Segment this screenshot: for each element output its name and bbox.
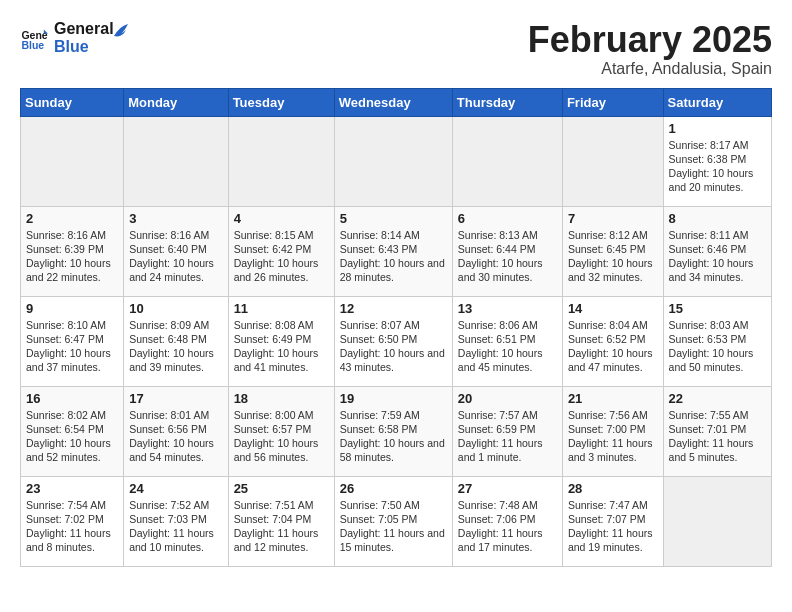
day-info: Sunrise: 8:09 AMSunset: 6:48 PMDaylight:… — [129, 318, 222, 375]
calendar-title: February 2025 — [528, 20, 772, 60]
logo-general: General — [54, 20, 114, 38]
day-number: 15 — [669, 301, 766, 316]
header-wednesday: Wednesday — [334, 88, 452, 116]
day-info: Sunrise: 7:59 AMSunset: 6:58 PMDaylight:… — [340, 408, 447, 465]
day-info: Sunrise: 8:10 AMSunset: 6:47 PMDaylight:… — [26, 318, 118, 375]
calendar-cell: 21Sunrise: 7:56 AMSunset: 7:00 PMDayligh… — [562, 386, 663, 476]
calendar-cell: 1Sunrise: 8:17 AMSunset: 6:38 PMDaylight… — [663, 116, 771, 206]
day-info: Sunrise: 8:03 AMSunset: 6:53 PMDaylight:… — [669, 318, 766, 375]
day-info: Sunrise: 7:47 AMSunset: 7:07 PMDaylight:… — [568, 498, 658, 555]
day-number: 4 — [234, 211, 329, 226]
day-info: Sunrise: 8:14 AMSunset: 6:43 PMDaylight:… — [340, 228, 447, 285]
day-info: Sunrise: 8:00 AMSunset: 6:57 PMDaylight:… — [234, 408, 329, 465]
week-row-2: 2Sunrise: 8:16 AMSunset: 6:39 PMDaylight… — [21, 206, 772, 296]
calendar-cell — [562, 116, 663, 206]
day-number: 19 — [340, 391, 447, 406]
calendar-cell — [452, 116, 562, 206]
day-info: Sunrise: 8:13 AMSunset: 6:44 PMDaylight:… — [458, 228, 557, 285]
calendar-cell: 16Sunrise: 8:02 AMSunset: 6:54 PMDayligh… — [21, 386, 124, 476]
calendar-cell: 5Sunrise: 8:14 AMSunset: 6:43 PMDaylight… — [334, 206, 452, 296]
day-number: 1 — [669, 121, 766, 136]
day-info: Sunrise: 8:11 AMSunset: 6:46 PMDaylight:… — [669, 228, 766, 285]
calendar-header-row: SundayMondayTuesdayWednesdayThursdayFrid… — [21, 88, 772, 116]
calendar-cell: 23Sunrise: 7:54 AMSunset: 7:02 PMDayligh… — [21, 476, 124, 566]
day-info: Sunrise: 7:54 AMSunset: 7:02 PMDaylight:… — [26, 498, 118, 555]
day-number: 20 — [458, 391, 557, 406]
day-number: 24 — [129, 481, 222, 496]
day-info: Sunrise: 7:52 AMSunset: 7:03 PMDaylight:… — [129, 498, 222, 555]
day-info: Sunrise: 7:56 AMSunset: 7:00 PMDaylight:… — [568, 408, 658, 465]
day-info: Sunrise: 7:51 AMSunset: 7:04 PMDaylight:… — [234, 498, 329, 555]
calendar-cell — [21, 116, 124, 206]
calendar-cell: 6Sunrise: 8:13 AMSunset: 6:44 PMDaylight… — [452, 206, 562, 296]
day-info: Sunrise: 8:17 AMSunset: 6:38 PMDaylight:… — [669, 138, 766, 195]
day-number: 17 — [129, 391, 222, 406]
day-number: 2 — [26, 211, 118, 226]
day-number: 14 — [568, 301, 658, 316]
header-tuesday: Tuesday — [228, 88, 334, 116]
day-info: Sunrise: 8:06 AMSunset: 6:51 PMDaylight:… — [458, 318, 557, 375]
header-thursday: Thursday — [452, 88, 562, 116]
header-monday: Monday — [124, 88, 228, 116]
day-info: Sunrise: 8:15 AMSunset: 6:42 PMDaylight:… — [234, 228, 329, 285]
day-info: Sunrise: 8:08 AMSunset: 6:49 PMDaylight:… — [234, 318, 329, 375]
logo: General Blue General Blue — [20, 20, 128, 55]
calendar-cell: 15Sunrise: 8:03 AMSunset: 6:53 PMDayligh… — [663, 296, 771, 386]
week-row-3: 9Sunrise: 8:10 AMSunset: 6:47 PMDaylight… — [21, 296, 772, 386]
day-number: 21 — [568, 391, 658, 406]
day-number: 6 — [458, 211, 557, 226]
day-number: 10 — [129, 301, 222, 316]
day-info: Sunrise: 8:16 AMSunset: 6:40 PMDaylight:… — [129, 228, 222, 285]
day-number: 23 — [26, 481, 118, 496]
day-number: 18 — [234, 391, 329, 406]
header-sunday: Sunday — [21, 88, 124, 116]
page-header: General Blue General Blue February 2025 … — [20, 20, 772, 78]
calendar-cell: 14Sunrise: 8:04 AMSunset: 6:52 PMDayligh… — [562, 296, 663, 386]
day-info: Sunrise: 7:48 AMSunset: 7:06 PMDaylight:… — [458, 498, 557, 555]
calendar-cell: 9Sunrise: 8:10 AMSunset: 6:47 PMDaylight… — [21, 296, 124, 386]
day-info: Sunrise: 7:50 AMSunset: 7:05 PMDaylight:… — [340, 498, 447, 555]
week-row-5: 23Sunrise: 7:54 AMSunset: 7:02 PMDayligh… — [21, 476, 772, 566]
week-row-1: 1Sunrise: 8:17 AMSunset: 6:38 PMDaylight… — [21, 116, 772, 206]
calendar-cell — [334, 116, 452, 206]
calendar-cell — [663, 476, 771, 566]
day-number: 22 — [669, 391, 766, 406]
day-number: 16 — [26, 391, 118, 406]
day-info: Sunrise: 8:01 AMSunset: 6:56 PMDaylight:… — [129, 408, 222, 465]
logo-bird-icon — [110, 22, 128, 44]
day-number: 25 — [234, 481, 329, 496]
calendar-cell — [124, 116, 228, 206]
day-number: 9 — [26, 301, 118, 316]
calendar-cell: 20Sunrise: 7:57 AMSunset: 6:59 PMDayligh… — [452, 386, 562, 476]
day-number: 13 — [458, 301, 557, 316]
day-info: Sunrise: 8:12 AMSunset: 6:45 PMDaylight:… — [568, 228, 658, 285]
calendar-cell: 7Sunrise: 8:12 AMSunset: 6:45 PMDaylight… — [562, 206, 663, 296]
day-info: Sunrise: 8:16 AMSunset: 6:39 PMDaylight:… — [26, 228, 118, 285]
calendar-cell: 19Sunrise: 7:59 AMSunset: 6:58 PMDayligh… — [334, 386, 452, 476]
calendar-cell: 28Sunrise: 7:47 AMSunset: 7:07 PMDayligh… — [562, 476, 663, 566]
day-number: 27 — [458, 481, 557, 496]
header-saturday: Saturday — [663, 88, 771, 116]
day-info: Sunrise: 7:55 AMSunset: 7:01 PMDaylight:… — [669, 408, 766, 465]
calendar-cell: 3Sunrise: 8:16 AMSunset: 6:40 PMDaylight… — [124, 206, 228, 296]
svg-text:Blue: Blue — [21, 39, 44, 51]
calendar-cell: 27Sunrise: 7:48 AMSunset: 7:06 PMDayligh… — [452, 476, 562, 566]
day-number: 5 — [340, 211, 447, 226]
title-block: February 2025 Atarfe, Andalusia, Spain — [528, 20, 772, 78]
day-number: 28 — [568, 481, 658, 496]
calendar-cell: 17Sunrise: 8:01 AMSunset: 6:56 PMDayligh… — [124, 386, 228, 476]
day-number: 3 — [129, 211, 222, 226]
day-info: Sunrise: 7:57 AMSunset: 6:59 PMDaylight:… — [458, 408, 557, 465]
calendar-cell: 2Sunrise: 8:16 AMSunset: 6:39 PMDaylight… — [21, 206, 124, 296]
calendar-table: SundayMondayTuesdayWednesdayThursdayFrid… — [20, 88, 772, 567]
logo-icon: General Blue — [20, 24, 48, 52]
day-info: Sunrise: 8:02 AMSunset: 6:54 PMDaylight:… — [26, 408, 118, 465]
week-row-4: 16Sunrise: 8:02 AMSunset: 6:54 PMDayligh… — [21, 386, 772, 476]
logo-blue: Blue — [54, 38, 114, 56]
day-info: Sunrise: 8:04 AMSunset: 6:52 PMDaylight:… — [568, 318, 658, 375]
calendar-cell: 8Sunrise: 8:11 AMSunset: 6:46 PMDaylight… — [663, 206, 771, 296]
day-number: 11 — [234, 301, 329, 316]
day-number: 12 — [340, 301, 447, 316]
day-number: 7 — [568, 211, 658, 226]
day-info: Sunrise: 8:07 AMSunset: 6:50 PMDaylight:… — [340, 318, 447, 375]
